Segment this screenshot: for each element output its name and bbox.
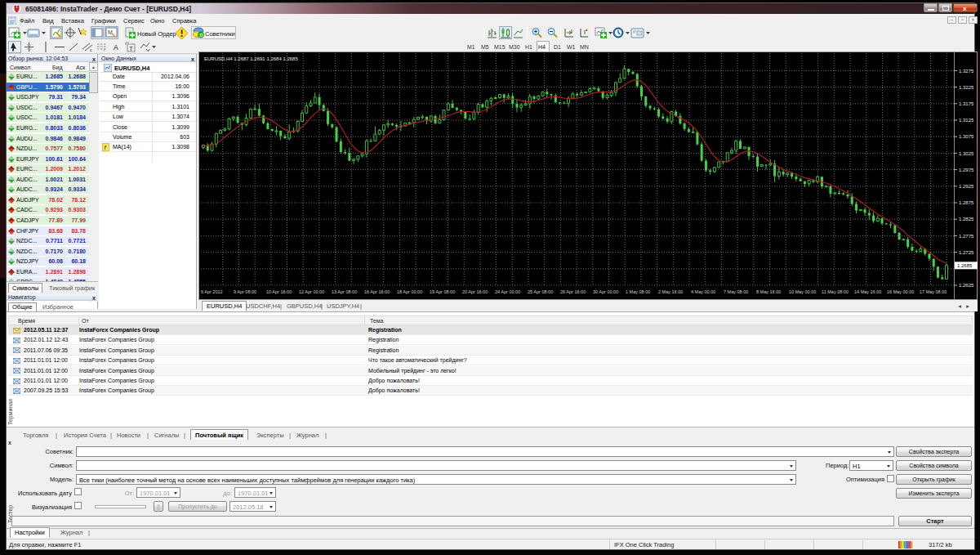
svg-text:1.3275: 1.3275: [959, 69, 974, 74]
svg-text:1.2925: 1.2925: [959, 184, 974, 189]
svg-text:9 Apr 08:00: 9 Apr 08:00: [234, 289, 256, 294]
svg-text:10 May 00:00: 10 May 00:00: [789, 289, 816, 294]
svg-text:8 May 16:00: 8 May 16:00: [756, 289, 781, 294]
svg-text:2 May 16:00: 2 May 16:00: [658, 289, 683, 294]
svg-text:25 Apr 08:00: 25 Apr 08:00: [528, 289, 553, 294]
svg-text:1.2625: 1.2625: [959, 283, 974, 288]
svg-text:16 Apr 16:00: 16 Apr 16:00: [364, 289, 390, 294]
svg-text:1.3075: 1.3075: [959, 134, 974, 139]
svg-text:1.3025: 1.3025: [959, 151, 974, 156]
svg-text:16 May 00:00: 16 May 00:00: [887, 289, 914, 294]
svg-text:D: D: [200, 33, 204, 38]
svg-text:EURUSD,H4 1.2687 1.2691 1.268: EURUSD,H4 1.2687 1.2691 1.2684 1.2685: [204, 56, 298, 61]
svg-text:11 May 08:00: 11 May 08:00: [822, 289, 849, 294]
svg-text:17 May 08:00: 17 May 08:00: [920, 289, 947, 294]
svg-text:26 Apr 16:00: 26 Apr 16:00: [560, 289, 586, 294]
svg-text:24 Apr 00:00: 24 Apr 00:00: [495, 289, 520, 294]
svg-text:6 Apr 2012: 6 Apr 2012: [201, 289, 223, 294]
svg-text:18 Apr 00:00: 18 Apr 00:00: [397, 289, 422, 294]
svg-text:1.2775: 1.2775: [959, 234, 974, 239]
svg-text:13 Apr 08:00: 13 Apr 08:00: [332, 289, 357, 294]
svg-text:1 May 08:00: 1 May 08:00: [626, 289, 650, 294]
svg-text:1.3125: 1.3125: [959, 118, 974, 123]
svg-text:T: T: [129, 45, 133, 52]
svg-text:12 Apr 00:00: 12 Apr 00:00: [299, 289, 324, 294]
svg-text:4 May 00:00: 4 May 00:00: [691, 289, 715, 294]
svg-text:1.2975: 1.2975: [959, 168, 974, 172]
svg-text:c: c: [90, 47, 92, 52]
svg-text:20 Apr 16:00: 20 Apr 16:00: [462, 289, 488, 294]
svg-text:1.2825: 1.2825: [959, 217, 974, 222]
svg-text:19 Apr 08:00: 19 Apr 08:00: [430, 289, 455, 294]
svg-text:7 May 08:00: 7 May 08:00: [724, 289, 748, 294]
svg-text:1.2875: 1.2875: [959, 200, 974, 205]
svg-text:1.2685: 1.2685: [957, 263, 973, 268]
svg-text:14 May 16:00: 14 May 16:00: [854, 289, 881, 294]
svg-text:1.3225: 1.3225: [959, 85, 974, 90]
svg-text:10 Apr 16:00: 10 Apr 16:00: [266, 289, 292, 294]
svg-text:1.2725: 1.2725: [959, 250, 974, 255]
svg-text:1.3175: 1.3175: [959, 101, 974, 106]
svg-text:30 Apr 00:00: 30 Apr 00:00: [593, 289, 618, 294]
